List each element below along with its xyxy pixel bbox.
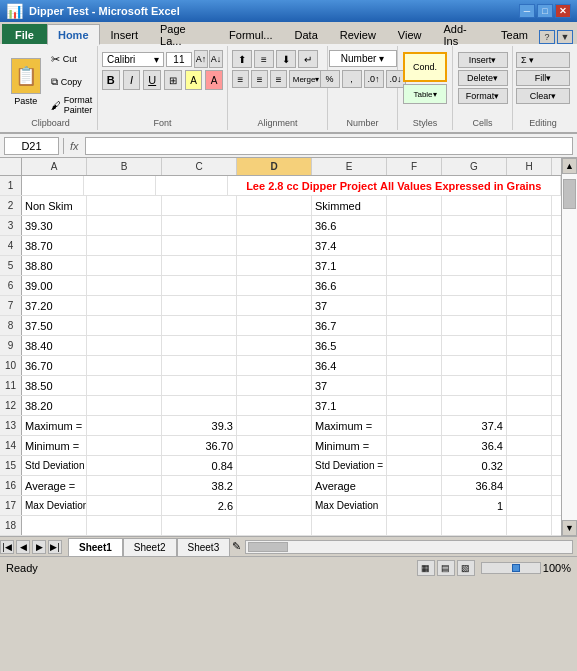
cell-e15[interactable]: Std Deviation = bbox=[312, 456, 387, 475]
cell-e13[interactable]: Maximum = bbox=[312, 416, 387, 435]
cell-a17[interactable]: Max Deviation = bbox=[22, 496, 87, 515]
cell-h9[interactable] bbox=[507, 336, 552, 355]
autosum-button[interactable]: Σ▾ bbox=[516, 52, 570, 68]
cell-h6[interactable] bbox=[507, 276, 552, 295]
top-align-button[interactable]: ⬆ bbox=[232, 50, 252, 68]
maximize-button[interactable]: □ bbox=[537, 4, 553, 18]
cell-b8[interactable] bbox=[87, 316, 162, 335]
cell-g17[interactable]: 1 bbox=[442, 496, 507, 515]
font-color-button[interactable]: A bbox=[205, 70, 223, 90]
cell-h5[interactable] bbox=[507, 256, 552, 275]
cell-f18[interactable] bbox=[387, 516, 442, 535]
cell-c1[interactable] bbox=[156, 176, 228, 195]
normal-view-button[interactable]: ▦ bbox=[417, 560, 435, 576]
cell-h7[interactable] bbox=[507, 296, 552, 315]
cell-e18[interactable] bbox=[312, 516, 387, 535]
cell-f5[interactable] bbox=[387, 256, 442, 275]
cell-c17[interactable]: 2.6 bbox=[162, 496, 237, 515]
cut-button[interactable]: ✂ Cut bbox=[48, 50, 96, 68]
cell-d15[interactable] bbox=[237, 456, 312, 475]
minimize-button[interactable]: ─ bbox=[519, 4, 535, 18]
cell-g13[interactable]: 37.4 bbox=[442, 416, 507, 435]
italic-button[interactable]: I bbox=[123, 70, 141, 90]
col-header-g[interactable]: G bbox=[442, 158, 507, 175]
cell-reference-box[interactable] bbox=[4, 137, 59, 155]
col-header-e[interactable]: E bbox=[312, 158, 387, 175]
cell-a11[interactable]: 38.50 bbox=[22, 376, 87, 395]
prev-sheet-button[interactable]: ◀ bbox=[16, 540, 30, 554]
tab-team[interactable]: Team bbox=[490, 24, 539, 44]
cell-f2[interactable] bbox=[387, 196, 442, 215]
cell-c2[interactable] bbox=[162, 196, 237, 215]
percent-button[interactable]: % bbox=[320, 70, 340, 88]
increase-decimal-button[interactable]: .0↑ bbox=[364, 70, 384, 88]
scroll-down-button[interactable]: ▼ bbox=[562, 520, 577, 536]
col-header-a[interactable]: A bbox=[22, 158, 87, 175]
cell-a13[interactable]: Maximum = bbox=[22, 416, 87, 435]
cell-g5[interactable] bbox=[442, 256, 507, 275]
cell-h8[interactable] bbox=[507, 316, 552, 335]
cell-g10[interactable] bbox=[442, 356, 507, 375]
copy-button[interactable]: ⧉ Copy bbox=[48, 73, 96, 91]
cell-d17[interactable] bbox=[237, 496, 312, 515]
cell-f7[interactable] bbox=[387, 296, 442, 315]
tab-view[interactable]: View bbox=[387, 24, 433, 44]
cell-h17[interactable] bbox=[507, 496, 552, 515]
border-button[interactable]: ⊞ bbox=[164, 70, 182, 90]
page-break-view-button[interactable]: ▧ bbox=[457, 560, 475, 576]
col-header-b[interactable]: B bbox=[87, 158, 162, 175]
cell-f15[interactable] bbox=[387, 456, 442, 475]
underline-button[interactable]: U bbox=[143, 70, 161, 90]
cell-b10[interactable] bbox=[87, 356, 162, 375]
page-layout-view-button[interactable]: ▤ bbox=[437, 560, 455, 576]
cell-h12[interactable] bbox=[507, 396, 552, 415]
col-header-f[interactable]: F bbox=[387, 158, 442, 175]
fill-color-button[interactable]: A bbox=[185, 70, 203, 90]
cell-e6[interactable]: 36.6 bbox=[312, 276, 387, 295]
clear-button[interactable]: Clear▾ bbox=[516, 88, 570, 104]
cell-b4[interactable] bbox=[87, 236, 162, 255]
cell-f16[interactable] bbox=[387, 476, 442, 495]
cell-a18[interactable] bbox=[22, 516, 87, 535]
font-name-selector[interactable]: Calibri▾ bbox=[102, 52, 164, 67]
cell-b11[interactable] bbox=[87, 376, 162, 395]
cell-h14[interactable] bbox=[507, 436, 552, 455]
tab-addins[interactable]: Add-Ins bbox=[433, 24, 491, 44]
cell-f11[interactable] bbox=[387, 376, 442, 395]
cell-b18[interactable] bbox=[87, 516, 162, 535]
bottom-align-button[interactable]: ⬇ bbox=[276, 50, 296, 68]
sheet-tab-sheet1[interactable]: Sheet1 bbox=[68, 538, 123, 556]
cell-b6[interactable] bbox=[87, 276, 162, 295]
cell-a14[interactable]: Minimum = bbox=[22, 436, 87, 455]
cell-g2[interactable] bbox=[442, 196, 507, 215]
cell-d12[interactable] bbox=[237, 396, 312, 415]
cell-b14[interactable] bbox=[87, 436, 162, 455]
cell-e12[interactable]: 37.1 bbox=[312, 396, 387, 415]
cell-h18[interactable] bbox=[507, 516, 552, 535]
bold-button[interactable]: B bbox=[102, 70, 120, 90]
cell-h13[interactable] bbox=[507, 416, 552, 435]
cell-h16[interactable] bbox=[507, 476, 552, 495]
cell-d3[interactable] bbox=[237, 216, 312, 235]
sheet-tab-sheet3[interactable]: Sheet3 bbox=[177, 538, 231, 556]
cell-h10[interactable] bbox=[507, 356, 552, 375]
new-sheet-button[interactable]: ✎ bbox=[232, 540, 241, 553]
cell-d2[interactable] bbox=[237, 196, 312, 215]
cell-a4[interactable]: 38.70 bbox=[22, 236, 87, 255]
horizontal-scrollbar[interactable] bbox=[245, 540, 573, 554]
cell-f14[interactable] bbox=[387, 436, 442, 455]
cell-c13[interactable]: 39.3 bbox=[162, 416, 237, 435]
number-format-selector[interactable]: Number ▾ bbox=[329, 50, 397, 67]
cell-d9[interactable] bbox=[237, 336, 312, 355]
cell-g14[interactable]: 36.4 bbox=[442, 436, 507, 455]
cell-c15[interactable]: 0.84 bbox=[162, 456, 237, 475]
tab-review[interactable]: Review bbox=[329, 24, 387, 44]
cell-a10[interactable]: 36.70 bbox=[22, 356, 87, 375]
cell-a1[interactable] bbox=[22, 176, 84, 195]
cell-c9[interactable] bbox=[162, 336, 237, 355]
scroll-up-button[interactable]: ▲ bbox=[562, 158, 577, 174]
cell-d4[interactable] bbox=[237, 236, 312, 255]
col-header-h[interactable]: H bbox=[507, 158, 552, 175]
cell-f8[interactable] bbox=[387, 316, 442, 335]
align-left-button[interactable]: ≡ bbox=[232, 70, 249, 88]
